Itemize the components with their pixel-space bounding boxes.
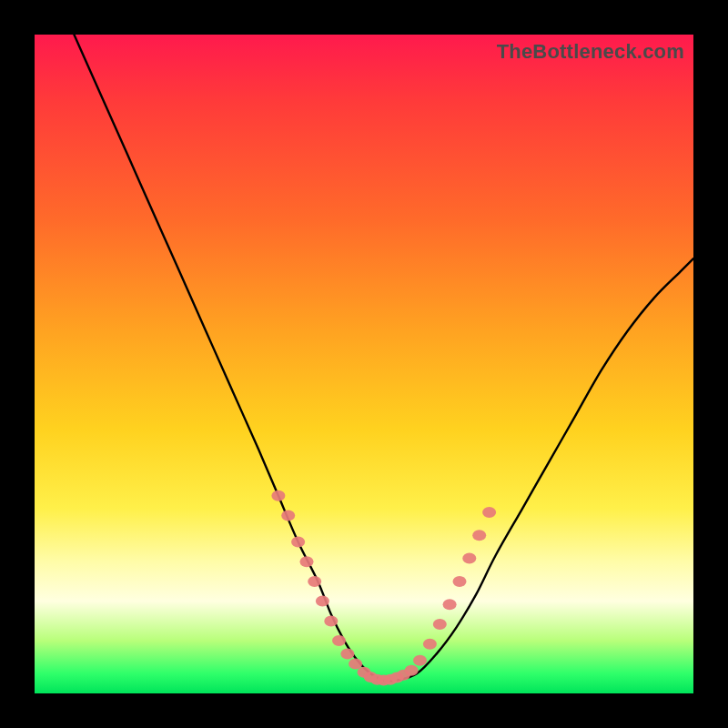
marker-dot — [291, 537, 305, 548]
plot-area: TheBottleneck.com — [35, 35, 693, 693]
marker-dot — [482, 507, 496, 518]
marker-dot — [308, 576, 321, 587]
marker-dot — [281, 511, 295, 521]
marker-dot — [316, 596, 329, 607]
marker-dot — [443, 599, 457, 610]
marker-dot — [472, 530, 486, 541]
marker-dot — [340, 649, 354, 660]
marker-dot — [332, 635, 346, 646]
curve-layer — [35, 35, 693, 693]
bottleneck-curve — [74, 35, 693, 681]
marker-dot — [271, 490, 285, 501]
marker-dot — [423, 639, 437, 650]
marker-dot — [324, 615, 338, 626]
marker-dot — [453, 576, 467, 587]
marker-dot — [462, 553, 476, 564]
chart-frame: TheBottleneck.com — [0, 0, 728, 728]
marker-dot — [433, 619, 447, 630]
marker-dot — [413, 655, 427, 666]
marker-dot — [300, 556, 314, 567]
marker-dot — [349, 658, 362, 669]
highlight-markers — [271, 490, 496, 686]
marker-dot — [405, 665, 419, 676]
